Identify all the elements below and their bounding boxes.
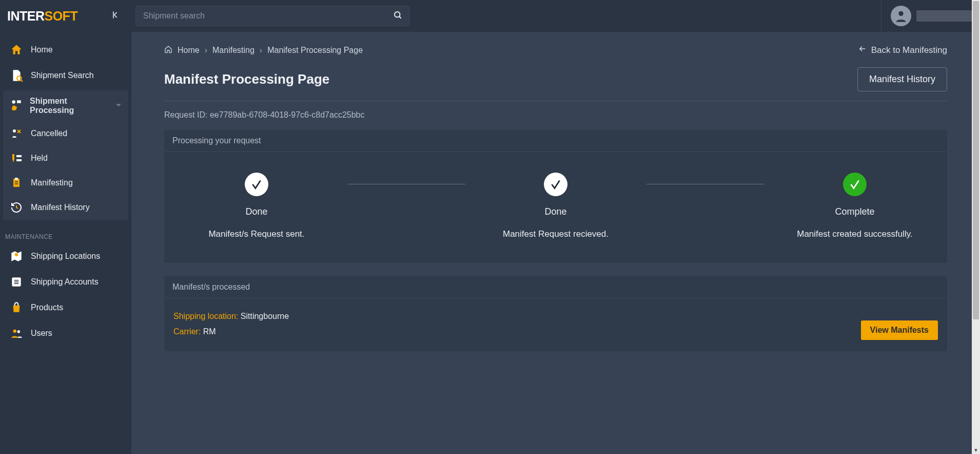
svg-point-1 <box>12 100 15 104</box>
shipping-location-value: Sittingbourne <box>241 312 289 320</box>
manifest-history-button[interactable]: Manifest History <box>857 67 947 91</box>
svg-rect-5 <box>16 159 22 161</box>
title-row: Manifest Processing Page Manifest Histor… <box>164 67 947 101</box>
breadcrumb: Home › Manifesting › Manifest Processing… <box>164 45 363 55</box>
sidebar-item-label: Shipping Locations <box>31 252 100 261</box>
step-1: Done Manifest/s Request sent. <box>190 173 323 240</box>
shipping-location-label: Shipping location: <box>173 312 238 320</box>
step-3: Complete Manifest created successfully. <box>788 173 922 240</box>
sidebar-item-manifest-history[interactable]: Manifest History <box>3 195 128 220</box>
logo-text-right: SOFT <box>45 9 78 24</box>
manifesting-icon <box>9 176 24 190</box>
check-icon <box>544 173 567 196</box>
sidebar-group-shipment-processing: Shipment Processing Cancelled Held <box>3 90 128 220</box>
result-panel-body: Shipping location: Sittingbourne Carrier… <box>164 298 947 351</box>
topbar <box>131 0 980 32</box>
page-title: Manifest Processing Page <box>164 71 329 87</box>
result-details: Shipping location: Sittingbourne Carrier… <box>173 309 289 340</box>
step-status: Done <box>245 206 267 217</box>
step-2: Done Manifest Request recieved. <box>489 173 622 240</box>
list-icon <box>9 275 24 289</box>
carrier-label: Carrier: <box>173 327 201 336</box>
users-icon <box>9 326 24 340</box>
svg-point-8 <box>15 253 18 257</box>
topbar-user[interactable] <box>881 0 973 32</box>
logo-text-left: INTER <box>7 9 45 24</box>
cancelled-icon <box>9 126 24 141</box>
sidebar-collapse-button[interactable] <box>108 7 124 25</box>
processing-panel: Processing your request Done Manifest/s … <box>164 130 947 263</box>
bag-icon <box>9 300 24 315</box>
sidebar-item-manifesting[interactable]: Manifesting <box>3 171 128 195</box>
search-input[interactable] <box>135 6 409 26</box>
map-pin-icon <box>9 249 24 263</box>
sidebar-item-users[interactable]: Users <box>0 320 131 346</box>
sidebar: INTERSOFT Home Shipment Search <box>0 0 131 454</box>
breadcrumb-current: Manifest Processing Page <box>267 46 363 55</box>
breadcrumb-row: Home › Manifesting › Manifest Processing… <box>164 44 947 56</box>
svg-rect-6 <box>13 179 19 187</box>
sidebar-item-label: Home <box>31 45 53 54</box>
sidebar-item-shipping-accounts[interactable]: Shipping Accounts <box>0 269 131 295</box>
view-manifests-button[interactable]: View Manifests <box>861 320 938 340</box>
history-icon <box>9 200 24 215</box>
home-icon <box>164 45 172 55</box>
sidebar-group-label: Shipment Processing <box>30 97 108 115</box>
sidebar-item-label: Products <box>31 303 63 312</box>
sidebar-item-shipping-locations[interactable]: Shipping Locations <box>0 243 131 269</box>
nav: Home Shipment Search Shipment Processing <box>0 32 131 346</box>
back-link-label: Back to Manifesting <box>871 45 947 55</box>
step-status: Complete <box>835 206 874 217</box>
processing-panel-header: Processing your request <box>164 130 947 152</box>
sidebar-item-label: Held <box>31 154 48 163</box>
sidebar-item-label: Manifesting <box>31 178 73 187</box>
back-to-manifesting-link[interactable]: Back to Manifesting <box>858 44 947 56</box>
result-panel-header: Manifest/s processed <box>164 276 947 298</box>
sidebar-item-label: Shipment Search <box>31 71 94 80</box>
breadcrumb-home[interactable]: Home <box>178 46 200 55</box>
chevron-right-icon: › <box>260 46 262 55</box>
collapse-icon <box>111 10 121 20</box>
document-search-icon <box>9 68 24 83</box>
scrollbar[interactable]: ▼ <box>972 0 980 454</box>
step-connector <box>347 184 465 184</box>
sidebar-item-held[interactable]: Held <box>3 146 128 171</box>
step-desc: Manifest/s Request sent. <box>208 229 304 240</box>
svg-point-11 <box>17 330 20 333</box>
request-id-label: Request ID: <box>164 110 207 119</box>
sidebar-item-shipment-search[interactable]: Shipment Search <box>0 63 131 88</box>
sidebar-item-cancelled[interactable]: Cancelled <box>3 121 128 146</box>
check-icon <box>245 173 268 196</box>
search-icon[interactable] <box>393 10 402 22</box>
sidebar-item-home[interactable]: Home <box>0 37 131 63</box>
request-id: Request ID: ee7789ab-6708-4018-97c6-c8d7… <box>164 110 947 120</box>
svg-point-3 <box>13 129 16 133</box>
step-status: Done <box>544 206 566 217</box>
sidebar-group-header[interactable]: Shipment Processing <box>3 90 128 121</box>
held-icon <box>9 151 24 165</box>
avatar <box>891 6 911 26</box>
svg-point-10 <box>13 329 17 333</box>
processing-icon <box>9 98 23 113</box>
sidebar-header: INTERSOFT <box>0 0 131 32</box>
step-desc: Manifest Request recieved. <box>503 229 609 240</box>
content: Home › Manifesting › Manifest Processing… <box>131 32 980 454</box>
carrier-value: RM <box>203 327 216 336</box>
breadcrumb-manifesting[interactable]: Manifesting <box>212 46 254 55</box>
step-connector <box>646 184 765 184</box>
logo: INTERSOFT <box>7 9 77 24</box>
sidebar-item-products[interactable]: Products <box>0 295 131 320</box>
sidebar-item-label: Users <box>31 329 52 338</box>
main: Home › Manifesting › Manifest Processing… <box>131 0 980 454</box>
check-icon <box>843 173 867 196</box>
sidebar-item-label: Shipping Accounts <box>31 277 99 287</box>
sidebar-item-label: Cancelled <box>31 129 67 138</box>
scrollbar-thumb[interactable] <box>973 1 979 319</box>
step-desc: Manifest created successfully. <box>797 229 913 240</box>
chevron-right-icon: › <box>205 46 207 55</box>
sidebar-section-maintenance: MAINTENANCE <box>0 224 131 243</box>
result-panel: Manifest/s processed Shipping location: … <box>164 276 947 351</box>
scrollbar-down-icon[interactable]: ▼ <box>972 447 980 453</box>
user-name-placeholder <box>916 10 973 22</box>
arrow-left-icon <box>858 44 867 56</box>
